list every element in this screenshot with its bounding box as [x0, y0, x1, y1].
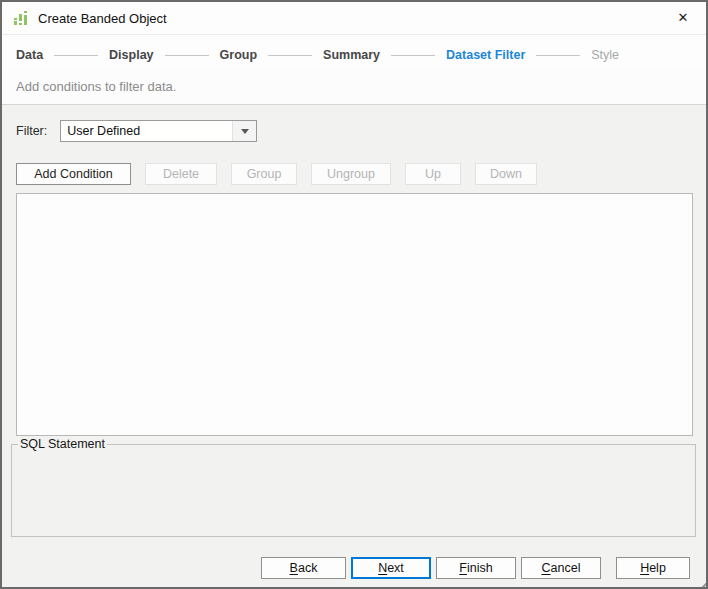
next-button[interactable]: Next [351, 557, 431, 579]
step-connector [268, 55, 312, 56]
back-button[interactable]: Back [261, 557, 346, 579]
dialog-body: Filter: User Defined Add ConditionDelete… [2, 105, 706, 589]
window-title: Create Banded Object [38, 11, 167, 26]
close-icon[interactable]: ✕ [672, 7, 694, 29]
step-connector [165, 55, 209, 56]
group-button: Group [231, 163, 297, 185]
footer-buttons: BackNextFinishCancelHelp [261, 557, 690, 579]
step-data[interactable]: Data [16, 48, 43, 62]
condition-toolbar: Add ConditionDeleteGroupUngroupUpDown [16, 163, 537, 185]
sql-statement-label: SQL Statement [18, 437, 107, 451]
chevron-down-icon[interactable] [232, 121, 256, 141]
up-button: Up [405, 163, 461, 185]
step-summary[interactable]: Summary [323, 48, 380, 62]
step-display[interactable]: Display [109, 48, 153, 62]
down-button: Down [475, 163, 537, 185]
filter-dropdown[interactable]: User Defined [60, 120, 257, 142]
step-dataset-filter[interactable]: Dataset Filter [446, 48, 525, 62]
ungroup-button: Ungroup [311, 163, 391, 185]
add-condition-button[interactable]: Add Condition [16, 163, 131, 185]
wizard-steps: DataDisplayGroupSummaryDataset FilterSty… [2, 35, 706, 69]
create-banded-object-dialog: Create Banded Object ✕ DataDisplayGroupS… [0, 0, 708, 589]
conditions-list[interactable] [16, 193, 693, 436]
delete-button: Delete [145, 163, 217, 185]
wizard-description: Add conditions to filter data. [2, 69, 706, 105]
cancel-button[interactable]: Cancel [521, 557, 601, 579]
step-connector [391, 55, 435, 56]
resize-grip-icon[interactable] [693, 579, 706, 589]
finish-button[interactable]: Finish [436, 557, 516, 579]
filter-label: Filter: [16, 124, 47, 138]
help-button[interactable]: Help [616, 557, 690, 579]
filter-row: Filter: User Defined [16, 120, 257, 142]
sql-statement-group: SQL Statement [11, 437, 696, 537]
step-style[interactable]: Style [591, 48, 619, 62]
title-bar: Create Banded Object ✕ [2, 2, 706, 35]
step-connector [54, 55, 98, 56]
filter-selected-value: User Defined [61, 124, 232, 138]
step-group[interactable]: Group [220, 48, 258, 62]
banded-object-icon [13, 10, 29, 26]
step-connector [536, 55, 580, 56]
